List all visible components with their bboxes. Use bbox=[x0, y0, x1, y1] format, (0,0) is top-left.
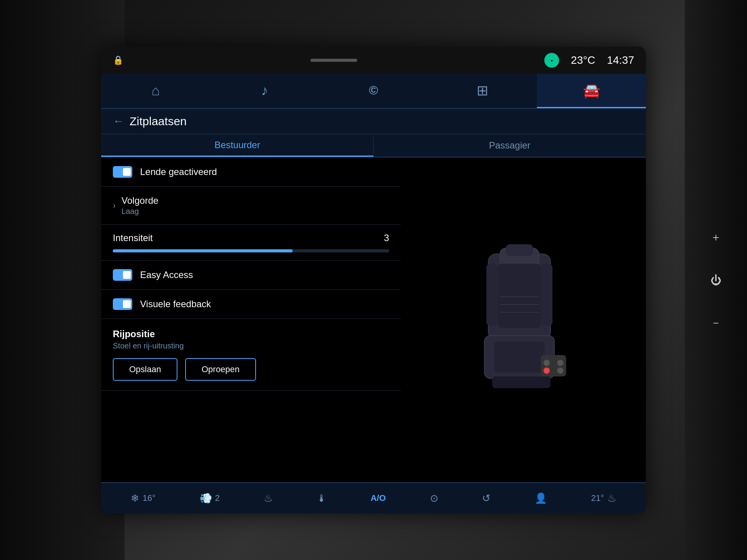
intensity-bar-fill bbox=[113, 249, 293, 252]
heat-steering-item[interactable]: 🌡 bbox=[317, 492, 327, 504]
intensiteit-value: 3 bbox=[384, 233, 389, 243]
ac-label: A/O bbox=[371, 493, 386, 503]
tabs: Bestuurder Passagier bbox=[101, 134, 646, 158]
opslaan-button[interactable]: Opslaan bbox=[113, 358, 177, 381]
svg-rect-5 bbox=[494, 341, 545, 373]
seat-svg bbox=[465, 242, 582, 398]
music-icon: ♪ bbox=[261, 82, 268, 99]
status-bar: 🔒 ● 23°C 14:37 bbox=[101, 47, 646, 74]
rijpositie-title: Rijpositie bbox=[113, 329, 389, 340]
back-button[interactable]: ← bbox=[113, 115, 124, 128]
apps-icon: ⊞ bbox=[477, 82, 488, 99]
fan-item[interactable]: 💨 2 bbox=[200, 492, 220, 504]
heat-seat-left-item[interactable]: ♨ bbox=[264, 492, 273, 504]
temperature-display: 23°C bbox=[571, 54, 595, 66]
lende-row[interactable]: Lende geactiveerd bbox=[101, 158, 401, 187]
eco-icon: ● bbox=[551, 58, 553, 63]
car-icon: 🚘 bbox=[583, 82, 600, 99]
fan-icon: 💨 bbox=[200, 492, 212, 504]
svg-rect-8 bbox=[492, 376, 551, 388]
ac-item[interactable]: A/O bbox=[371, 493, 386, 503]
easy-access-label: Easy Access bbox=[140, 270, 193, 280]
plus-button[interactable]: ＋ bbox=[706, 228, 726, 247]
nav-home[interactable]: ⌂ bbox=[101, 74, 210, 108]
settings-area: Lende geactiveerd › Volgorde Laag bbox=[101, 158, 646, 482]
tab-bestuurder-label: Bestuurder bbox=[214, 140, 260, 150]
nav-music[interactable]: ♪ bbox=[210, 74, 319, 108]
tab-bestuurder[interactable]: Bestuurder bbox=[101, 134, 374, 157]
person-item[interactable]: 👤 bbox=[535, 492, 547, 504]
easy-access-toggle[interactable] bbox=[113, 269, 132, 281]
seat-svg-container bbox=[457, 238, 589, 402]
eco-badge: ● bbox=[544, 53, 559, 68]
connect-icon: © bbox=[369, 83, 378, 98]
tab-passagier-label: Passagier bbox=[489, 140, 531, 151]
svg-point-12 bbox=[544, 368, 550, 374]
rijpositie-section: Rijpositie Stoel en rij-uitrusting Opsla… bbox=[101, 319, 401, 391]
car-surround: ＋ ⏻ － 🔒 ● 23°C 14:37 ⌂ bbox=[0, 0, 747, 560]
page-title: Zitplaatsen bbox=[130, 115, 187, 128]
svg-rect-7 bbox=[541, 264, 552, 326]
heat-seat-left-icon: ♨ bbox=[264, 492, 273, 504]
intensiteit-label: Intensiteit bbox=[113, 233, 153, 243]
main-content: ← Zitplaatsen Bestuurder Passagier bbox=[101, 109, 646, 482]
power-button[interactable]: ⏻ bbox=[706, 270, 726, 290]
visuele-feedback-toggle[interactable] bbox=[113, 298, 132, 310]
temp-right-item[interactable]: 21° ♨ bbox=[591, 492, 616, 504]
seat-visual bbox=[401, 158, 646, 482]
page-header: ← Zitplaatsen bbox=[101, 109, 646, 134]
lende-label: Lende geactiveerd bbox=[140, 166, 217, 177]
svg-rect-6 bbox=[486, 264, 498, 326]
intensiteit-section: Intensiteit 3 bbox=[101, 225, 401, 261]
svg-point-10 bbox=[544, 360, 550, 366]
seatbelt-icon: 🔒 bbox=[113, 55, 123, 65]
visuele-feedback-row[interactable]: Visuele feedback bbox=[101, 290, 401, 319]
svg-rect-9 bbox=[541, 355, 566, 376]
temp-left-value: 16° bbox=[142, 493, 155, 503]
temp-left-item[interactable]: ❄ 16° bbox=[131, 492, 155, 504]
vent-seat-icon: ⊙ bbox=[430, 492, 438, 504]
time-display: 14:37 bbox=[607, 54, 634, 66]
intensiteit-header: Intensiteit 3 bbox=[113, 233, 389, 243]
recirculate-icon: ↺ bbox=[482, 492, 491, 504]
status-right: ● 23°C 14:37 bbox=[544, 53, 634, 68]
fan-value: 2 bbox=[215, 493, 220, 503]
right-panel: ＋ ⏻ － bbox=[685, 0, 747, 560]
nav-connect[interactable]: © bbox=[319, 74, 428, 108]
bottom-bar: ❄ 16° 💨 2 ♨ 🌡 A/O ⊙ ↺ 👤 bbox=[101, 482, 646, 513]
easy-access-row[interactable]: Easy Access bbox=[101, 261, 401, 290]
volgorde-sublabel: Laag bbox=[121, 207, 158, 216]
volume-indicator bbox=[310, 59, 357, 62]
home-icon: ⌂ bbox=[151, 82, 160, 99]
volgorde-label: Volgorde bbox=[121, 195, 158, 206]
temp-right-icon: ♨ bbox=[607, 492, 616, 504]
intensity-bar-track[interactable] bbox=[113, 249, 389, 252]
lende-toggle[interactable] bbox=[113, 166, 132, 178]
temp-left-icon: ❄ bbox=[131, 492, 139, 504]
nav-apps[interactable]: ⊞ bbox=[428, 74, 537, 108]
main-screen: 🔒 ● 23°C 14:37 ⌂ ♪ © bbox=[101, 47, 646, 513]
nav-bar: ⌂ ♪ © ⊞ 🚘 bbox=[101, 74, 646, 109]
svg-point-13 bbox=[557, 368, 563, 374]
rijpositie-sublabel: Stoel en rij-uitrusting bbox=[113, 341, 389, 350]
person-icon: 👤 bbox=[535, 492, 547, 504]
vent-seat-item[interactable]: ⊙ bbox=[430, 492, 438, 504]
nav-car[interactable]: 🚘 bbox=[537, 74, 646, 108]
tab-passagier[interactable]: Passagier bbox=[374, 134, 646, 157]
temp-right-value: 21° bbox=[591, 493, 604, 503]
heat-steering-icon: 🌡 bbox=[317, 492, 327, 504]
status-left: 🔒 bbox=[113, 55, 123, 65]
settings-list: Lende geactiveerd › Volgorde Laag bbox=[101, 158, 401, 482]
rijpositie-buttons: Opslaan Oproepen bbox=[113, 358, 389, 381]
visuele-feedback-label: Visuele feedback bbox=[140, 299, 211, 310]
oproepen-button[interactable]: Oproepen bbox=[185, 358, 256, 381]
minus-button[interactable]: － bbox=[706, 313, 726, 332]
svg-rect-2 bbox=[506, 244, 533, 256]
status-center bbox=[310, 59, 357, 62]
svg-rect-4 bbox=[498, 264, 541, 328]
chevron-right-icon: › bbox=[113, 201, 116, 211]
recirculate-item[interactable]: ↺ bbox=[482, 492, 491, 504]
svg-point-11 bbox=[557, 360, 563, 366]
volgorde-row[interactable]: › Volgorde Laag bbox=[101, 187, 401, 225]
